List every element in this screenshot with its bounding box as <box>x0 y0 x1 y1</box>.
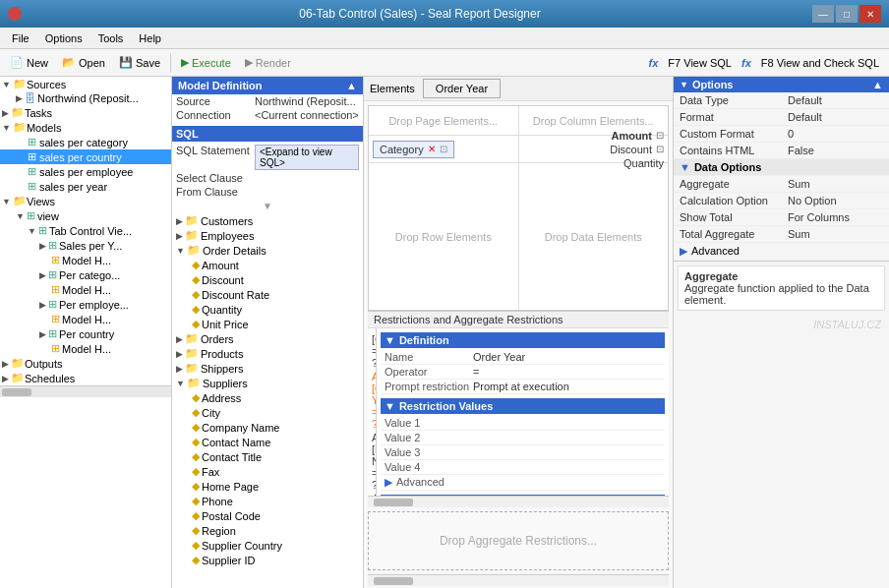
left-panel-scrollbar-h[interactable] <box>0 385 171 397</box>
mid-tree-employees[interactable]: ▶ 📁 Employees <box>172 228 363 243</box>
restrictions-scrollbar-h[interactable] <box>368 496 669 507</box>
definition-collapse-icon[interactable]: ▼ <box>385 334 395 346</box>
category-expand-icon[interactable]: ⊡ <box>440 144 447 154</box>
menu-options[interactable]: Options <box>37 30 90 46</box>
discount-expand-icon[interactable]: ⊡ <box>656 144 664 154</box>
data-options-collapse[interactable]: ▼ <box>680 161 690 173</box>
order-year-button[interactable]: Order Year <box>423 79 501 98</box>
discount-cell[interactable]: Discount ⊡ <box>523 144 665 155</box>
aggregate-row[interactable]: Aggregate Sum <box>674 176 889 193</box>
menu-file[interactable]: File <box>4 30 37 46</box>
mid-tree-discount-rate[interactable]: ◆ Discount Rate <box>172 287 363 302</box>
tree-model-h1[interactable]: ⊞ Model H... <box>0 253 171 267</box>
drop-page-cell[interactable]: Drop Page Elements... <box>369 106 519 135</box>
amount-cell[interactable]: Amount ⊡ <box>523 130 665 142</box>
tree-model-h4[interactable]: ⊞ Model H... <box>0 341 171 356</box>
mid-tree-quantity[interactable]: ◆ Quantity <box>172 302 363 317</box>
f8-sql-button[interactable]: F8 View and Check SQL <box>755 52 885 74</box>
tree-views[interactable]: ▼ 📁 Views <box>0 194 171 208</box>
tree-outputs[interactable]: ▶ 📁 Outputs <box>0 356 171 371</box>
new-button[interactable]: 📄 New <box>4 52 54 74</box>
mid-tree-discount[interactable]: ◆ Discount <box>172 272 363 287</box>
view-arrow[interactable]: ▼ <box>16 211 25 221</box>
open-button[interactable]: 📂 Open <box>56 52 111 74</box>
tree-tab-control[interactable]: ▼ ⊞ Tab Control Vie... <box>0 223 171 238</box>
northwind-arrow[interactable]: ▶ <box>16 93 23 103</box>
options-header[interactable]: ▼ Options ▲ <box>674 77 889 92</box>
tree-sales-per-y[interactable]: ▶ ⊞ Sales per Y... <box>0 238 171 253</box>
tree-sales-per-year[interactable]: ⊞ sales per year <box>0 179 171 194</box>
mid-tree-shippers[interactable]: ▶ 📁 Shippers <box>172 361 363 376</box>
scroll-up-arrow[interactable]: ▲ <box>346 80 357 91</box>
tree-sales-per-category[interactable]: ⊞ sales per category <box>0 135 171 149</box>
mid-tree-fax[interactable]: ◆ Fax <box>172 464 363 479</box>
maximize-button[interactable]: □ <box>836 5 858 23</box>
tree-model-h2[interactable]: ⊞ Model H... <box>0 282 171 297</box>
drop-aggregate-area[interactable]: Drop Aggregate Restrictions... <box>368 511 669 570</box>
schedules-arrow[interactable]: ▶ <box>2 374 9 383</box>
per-catego-arrow[interactable]: ▶ <box>39 270 46 280</box>
bottom-scrollbar-h[interactable] <box>368 574 669 586</box>
tree-per-country[interactable]: ▶ ⊞ Per country <box>0 326 171 341</box>
options-collapse-icon[interactable]: ▼ <box>680 80 688 89</box>
menu-tools[interactable]: Tools <box>90 30 132 46</box>
tree-schedules[interactable]: ▶ 📁 Schedules <box>0 371 171 385</box>
category-element[interactable]: Category ✕ ⊡ <box>373 141 454 158</box>
mid-tree-region[interactable]: ◆ Region <box>172 523 363 538</box>
tree-view[interactable]: ▼ ⊞ view <box>0 208 171 223</box>
mid-tree-city[interactable]: ◆ City <box>172 405 363 420</box>
options-scroll-icon[interactable]: ▲ <box>872 79 883 90</box>
tree-model-h3[interactable]: ⊞ Model H... <box>0 312 171 326</box>
outputs-arrow[interactable]: ▶ <box>2 359 9 369</box>
mid-tree-phone[interactable]: ◆ Phone <box>172 494 363 508</box>
mid-tree-products[interactable]: ▶ 📁 Products <box>172 346 363 361</box>
views-arrow[interactable]: ▼ <box>2 197 11 206</box>
mid-tree-amount[interactable]: ◆ Amount <box>172 258 363 272</box>
models-arrow[interactable]: ▼ <box>2 123 11 133</box>
tree-models[interactable]: ▼ 📁 Models <box>0 120 171 135</box>
rv-collapse-icon[interactable]: ▼ <box>385 400 395 412</box>
def-value2-row[interactable]: Value 2 <box>381 431 665 445</box>
render-button[interactable]: ▶ Render <box>239 52 297 74</box>
mid-tree-supplier-id[interactable]: ◆ Supplier ID <box>172 553 363 567</box>
def-advanced-row[interactable]: ▶ Advanced <box>381 475 665 491</box>
close-button[interactable]: ✕ <box>859 5 881 23</box>
tab-control-arrow[interactable]: ▼ <box>28 226 36 236</box>
save-button[interactable]: 💾 Save <box>113 52 166 74</box>
f7-sql-button[interactable]: F7 View SQL <box>662 52 738 74</box>
tree-tasks[interactable]: ▶ 📁 Tasks <box>0 105 171 120</box>
drop-data-cell[interactable]: Drop Data Elements <box>519 163 669 310</box>
mid-tree-unit-price[interactable]: ◆ Unit Price <box>172 317 363 331</box>
def-value4-row[interactable]: Value 4 <box>381 460 665 475</box>
per-employe-arrow[interactable]: ▶ <box>39 300 46 310</box>
tree-per-catego[interactable]: ▶ ⊞ Per catego... <box>0 267 171 282</box>
tree-per-employe[interactable]: ▶ ⊞ Per employe... <box>0 297 171 312</box>
mid-tree-company-name[interactable]: ◆ Company Name <box>172 420 363 435</box>
per-country-arrow[interactable]: ▶ <box>39 329 46 339</box>
def-value1-row[interactable]: Value 1 <box>381 416 665 431</box>
menu-help[interactable]: Help <box>131 30 169 46</box>
def-value3-row[interactable]: Value 3 <box>381 445 665 460</box>
sql-expand-btn[interactable]: <Expand to view SQL> <box>255 145 359 170</box>
mid-tree-home-page[interactable]: ◆ Home Page <box>172 479 363 494</box>
mid-tree-postal-code[interactable]: ◆ Postal Code <box>172 508 363 523</box>
mid-tree-suppliers[interactable]: ▼ 📁 Suppliers <box>172 376 363 390</box>
sales-per-y-arrow[interactable]: ▶ <box>39 241 46 251</box>
mid-tree-customers[interactable]: ▶ 📁 Customers <box>172 213 363 228</box>
minimize-button[interactable]: — <box>812 5 834 23</box>
execute-button[interactable]: ▶ Execute <box>175 52 237 74</box>
mid-tree-supplier-country[interactable]: ◆ Supplier Country <box>172 538 363 553</box>
advanced-expand-right[interactable]: ▶ <box>680 245 687 258</box>
category-close-icon[interactable]: ✕ <box>428 144 436 154</box>
sources-arrow[interactable]: ▼ <box>2 80 11 89</box>
tree-sources[interactable]: ▼ 📁 Sources <box>0 77 171 91</box>
tree-sales-per-country[interactable]: ⊞ sales per country <box>0 149 171 164</box>
mid-tree-contact-name[interactable]: ◆ Contact Name <box>172 435 363 449</box>
amount-expand-icon[interactable]: ⊡ <box>656 130 664 141</box>
advanced-row[interactable]: ▶ Advanced <box>674 243 889 261</box>
mid-tree-contact-title[interactable]: ◆ Contact Title <box>172 449 363 464</box>
mid-tree-order-details[interactable]: ▼ 📁 Order Details <box>172 243 363 258</box>
advanced-expand-icon[interactable]: ▶ <box>385 476 392 489</box>
tree-northwind[interactable]: ▶ 🗄 Northwind (Reposit... <box>0 91 171 105</box>
tasks-arrow[interactable]: ▶ <box>2 108 9 118</box>
